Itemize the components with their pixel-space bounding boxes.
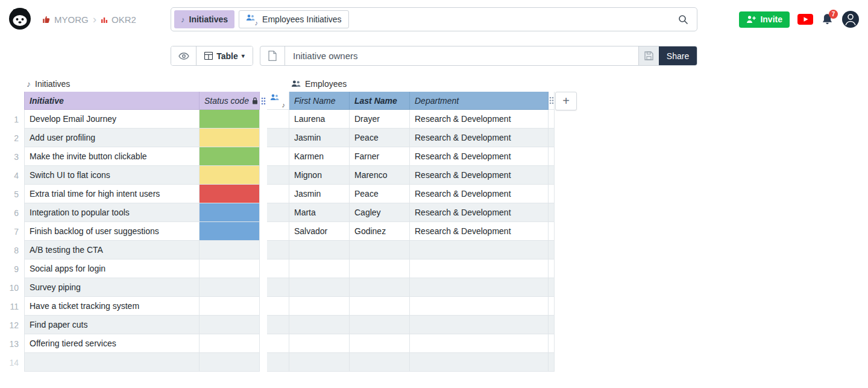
cell-relation[interactable] — [267, 241, 289, 259]
cell-department[interactable] — [410, 297, 549, 316]
cell-relation[interactable] — [267, 222, 289, 241]
cell-last-name[interactable] — [350, 259, 410, 278]
column-header-first-name[interactable]: First Name — [289, 92, 350, 110]
invite-button[interactable]: Invite — [739, 11, 790, 28]
column-header-initiative[interactable]: Initiative — [24, 92, 200, 110]
add-column-button[interactable]: + — [555, 92, 577, 110]
cell-first-name[interactable] — [289, 334, 350, 353]
cell-first-name[interactable] — [289, 241, 350, 259]
cell-department[interactable] — [410, 278, 549, 297]
row-number[interactable]: 11 — [0, 297, 24, 316]
cell-status-code[interactable] — [200, 147, 260, 166]
view-title-input[interactable] — [285, 46, 638, 65]
cell-status-code[interactable] — [200, 278, 260, 297]
cell-relation[interactable] — [267, 334, 289, 353]
cell-last-name[interactable]: Peace — [350, 185, 410, 203]
cell-relation[interactable] — [267, 166, 289, 185]
cell-department[interactable]: Research & Development — [410, 185, 549, 203]
cell-department[interactable] — [410, 241, 549, 259]
relation-column-header[interactable]: ♪ — [267, 92, 289, 110]
cell-initiative[interactable]: Add user profiling — [24, 129, 200, 147]
cell-first-name[interactable] — [289, 259, 350, 278]
tab-initiatives[interactable]: ♪ Initiatives — [174, 10, 234, 28]
cell-first-name[interactable]: Salvador — [289, 222, 350, 241]
row-number[interactable]: 1 — [0, 110, 24, 129]
cell-initiative[interactable]: Offering tiered services — [24, 334, 200, 353]
column-header-last-name[interactable]: Last Name — [350, 92, 410, 110]
share-button[interactable]: Share — [659, 46, 697, 65]
breadcrumb-workspace[interactable]: OKR2 — [101, 14, 136, 25]
cell-status-code[interactable] — [200, 166, 260, 185]
cell-initiative[interactable]: Finish backlog of user suggestions — [24, 222, 200, 241]
row-number[interactable]: 2 — [0, 129, 24, 147]
cell-initiative[interactable]: Develop Email Journey — [24, 110, 200, 129]
cell-relation[interactable] — [267, 147, 289, 166]
row-number[interactable]: 6 — [0, 203, 24, 222]
row-number[interactable]: 3 — [0, 147, 24, 166]
cell-last-name[interactable]: Peace — [350, 129, 410, 147]
cell-initiative[interactable]: Switch UI to flat icons — [24, 166, 200, 185]
cell-initiative[interactable]: Have a ticket tracking system — [24, 297, 200, 316]
cell-status-code[interactable] — [200, 222, 260, 241]
cell-relation[interactable] — [267, 129, 289, 147]
row-number[interactable]: 13 — [0, 334, 24, 353]
cell-relation[interactable] — [267, 203, 289, 222]
cell-relation[interactable] — [267, 297, 289, 316]
cell-department[interactable]: Research & Development — [410, 203, 549, 222]
cell-status-code[interactable] — [200, 110, 260, 129]
cell-first-name[interactable]: Jasmin — [289, 129, 350, 147]
cell-status-code[interactable] — [200, 316, 260, 334]
cell-last-name[interactable]: Cagley — [350, 203, 410, 222]
cell-first-name[interactable] — [289, 297, 350, 316]
cell-relation[interactable] — [267, 259, 289, 278]
visibility-button[interactable] — [171, 46, 197, 65]
tab-employees-initiatives[interactable]: ♪ Employees Initiatives — [239, 10, 349, 28]
cell-status-code[interactable] — [200, 259, 260, 278]
document-icon[interactable] — [260, 46, 285, 65]
cell-last-name[interactable] — [350, 297, 410, 316]
cell-last-name[interactable] — [350, 278, 410, 297]
cell-initiative[interactable]: Integration to popular tools — [24, 203, 200, 222]
cell-department[interactable] — [410, 259, 549, 278]
cell-first-name[interactable]: Jasmin — [289, 185, 350, 203]
cell-department[interactable]: Research & Development — [410, 129, 549, 147]
cell-department[interactable] — [410, 353, 549, 372]
column-drag-handle[interactable] — [260, 92, 267, 110]
row-number[interactable]: 10 — [0, 278, 24, 297]
cell-first-name[interactable] — [289, 353, 350, 372]
cell-last-name[interactable]: Marenco — [350, 166, 410, 185]
cell-department[interactable]: Research & Development — [410, 166, 549, 185]
cell-last-name[interactable] — [350, 241, 410, 259]
cell-initiative[interactable]: Extra trial time for high intent users — [24, 185, 200, 203]
cell-first-name[interactable] — [289, 278, 350, 297]
row-number[interactable]: 8 — [0, 241, 24, 259]
cell-first-name[interactable]: Karmen — [289, 147, 350, 166]
cell-last-name[interactable] — [350, 316, 410, 334]
cell-relation[interactable] — [267, 316, 289, 334]
cell-relation[interactable] — [267, 353, 289, 372]
cell-department[interactable]: Research & Development — [410, 147, 549, 166]
cell-first-name[interactable]: Laurena — [289, 110, 350, 129]
cell-status-code[interactable] — [200, 203, 260, 222]
column-header-status-code[interactable]: Status code — [200, 92, 260, 110]
row-number[interactable]: 12 — [0, 316, 24, 334]
cell-last-name[interactable] — [350, 353, 410, 372]
column-header-department[interactable]: Department — [410, 92, 549, 110]
cell-last-name[interactable]: Farner — [350, 147, 410, 166]
cell-department[interactable] — [410, 316, 549, 334]
column-drag-handle[interactable] — [549, 92, 555, 110]
cell-status-code[interactable] — [200, 129, 260, 147]
cell-status-code[interactable] — [200, 353, 260, 372]
row-number[interactable]: 7 — [0, 222, 24, 241]
cell-status-code[interactable] — [200, 185, 260, 203]
avatar[interactable] — [841, 10, 860, 28]
cell-relation[interactable] — [267, 185, 289, 203]
breadcrumb-org[interactable]: MYORG — [42, 14, 89, 25]
cell-status-code[interactable] — [200, 297, 260, 316]
cell-first-name[interactable] — [289, 316, 350, 334]
cell-relation[interactable] — [267, 110, 289, 129]
cell-initiative[interactable] — [24, 353, 200, 372]
cell-first-name[interactable]: Mignon — [289, 166, 350, 185]
youtube-icon[interactable] — [797, 14, 813, 25]
app-logo[interactable] — [8, 7, 31, 30]
